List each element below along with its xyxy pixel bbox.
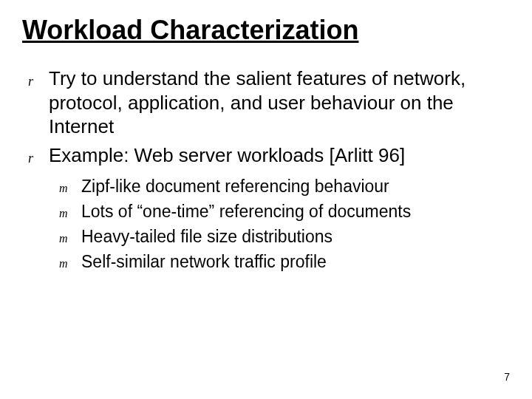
bullet-marker: r: [28, 66, 49, 92]
bullet-text: Zipf-like document referencing behaviour: [81, 176, 389, 198]
bullet-list-level1: r Try to understand the salient features…: [28, 66, 510, 168]
list-item: m Lots of “one-time” referencing of docu…: [59, 201, 510, 223]
bullet-marker: m: [59, 176, 81, 198]
list-item: r Example: Web server workloads [Arlitt …: [28, 143, 510, 169]
bullet-text: Try to understand the salient features o…: [49, 66, 510, 139]
list-item: r Try to understand the salient features…: [28, 66, 510, 139]
list-item: m Zipf-like document referencing behavio…: [59, 176, 510, 198]
bullet-marker: r: [28, 143, 49, 169]
slide: Workload Characterization r Try to under…: [0, 0, 532, 399]
bullet-text: Example: Web server workloads [Arlitt 96…: [49, 143, 405, 168]
bullet-text: Heavy-tailed file size distributions: [81, 226, 332, 248]
list-item: m Self-similar network traffic profile: [59, 251, 510, 273]
bullet-marker: m: [59, 201, 81, 223]
bullet-marker: m: [59, 251, 81, 273]
bullet-marker: m: [59, 226, 81, 248]
bullet-list-level2: m Zipf-like document referencing behavio…: [59, 176, 510, 273]
bullet-text: Self-similar network traffic profile: [81, 251, 327, 273]
bullet-text: Lots of “one-time” referencing of docume…: [81, 201, 411, 223]
slide-title: Workload Characterization: [22, 15, 510, 46]
page-number: 7: [504, 371, 510, 383]
list-item: m Heavy-tailed file size distributions: [59, 226, 510, 248]
